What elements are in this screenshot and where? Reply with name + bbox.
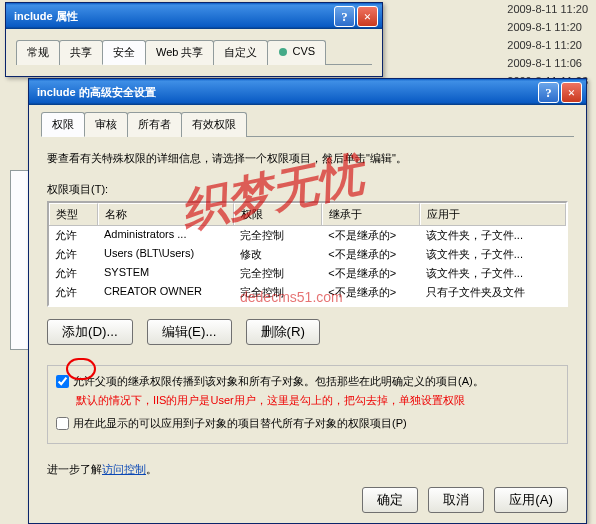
titlebar[interactable]: include 属性 ? × [6,3,382,29]
inherit-group: 允许父项的继承权限传播到该对象和所有子对象。包括那些在此明确定义的项目(A)。 … [47,365,568,444]
titlebar[interactable]: include 的高级安全设置 ? × [29,79,586,105]
tabstrip: 权限 审核 所有者 有效权限 [41,111,574,137]
list-row[interactable]: 允许Users (BLT\Users)修改<不是继承的>该文件夹，子文件... [49,245,566,264]
inherit-checkbox-label[interactable]: 允许父项的继承权限传播到该对象和所有子对象。包括那些在此明确定义的项目(A)。 [56,374,559,389]
col-type[interactable]: 类型 [49,203,98,225]
replace-checkbox-label[interactable]: 用在此显示的可以应用到子对象的项目替代所有子对象的权限项目(P) [56,416,559,431]
cancel-button[interactable]: 取消 [428,487,484,513]
tab-security[interactable]: 安全 [102,40,146,65]
annotation-note: 默认的情况下，IIS的用户是User用户，这里是勾上的，把勾去掉，单独设置权限 [76,393,559,408]
col-inherit[interactable]: 继承于 [322,203,420,225]
add-button[interactable]: 添加(D)... [47,319,133,345]
tabstrip: 常规 共享 安全 Web 共享 自定义 CVS [16,39,372,65]
apply-button[interactable]: 应用(A) [494,487,568,513]
replace-checkbox[interactable] [56,417,69,430]
tab-custom[interactable]: 自定义 [213,40,268,65]
help-button[interactable]: ? [334,6,355,27]
window-title: include 的高级安全设置 [33,85,536,100]
edit-button[interactable]: 编辑(E)... [147,319,232,345]
tab-cvs[interactable]: CVS [267,40,326,65]
list-row[interactable]: 允许CREATOR OWNER完全控制<不是继承的>只有子文件夹及文件 [49,283,566,302]
properties-window: include 属性 ? × 常规 共享 安全 Web 共享 自定义 CVS [5,2,383,77]
dialog-buttons: 确定 取消 应用(A) [41,477,574,513]
tab-permissions[interactable]: 权限 [41,112,85,137]
tab-web-sharing[interactable]: Web 共享 [145,40,214,65]
tab-effective[interactable]: 有效权限 [181,112,247,137]
close-button[interactable]: × [561,82,582,103]
info-text: 要查看有关特殊权限的详细信息，请选择一个权限项目，然后单击"编辑"。 [47,151,568,166]
cvs-icon [278,47,290,57]
window-title: include 属性 [10,9,332,24]
bg-timestamps: 2009-8-11 11:202009-8-1 11:202009-8-1 11… [507,0,588,90]
permissions-label: 权限项目(T): [47,182,568,197]
help-button[interactable]: ? [538,82,559,103]
ok-button[interactable]: 确定 [362,487,418,513]
list-row[interactable]: 允许Administrators ...完全控制<不是继承的>该文件夹，子文件.… [49,226,566,245]
tab-general[interactable]: 常规 [16,40,60,65]
button-row: 添加(D)... 编辑(E)... 删除(R) [47,319,568,345]
svg-point-0 [279,48,287,56]
col-name[interactable]: 名称 [98,203,234,225]
learn-more: 进一步了解访问控制。 [47,462,568,477]
tab-audit[interactable]: 审核 [84,112,128,137]
col-perm[interactable]: 权限 [234,203,322,225]
inherit-checkbox[interactable] [56,375,69,388]
permissions-list[interactable]: 类型 名称 权限 继承于 应用于 允许Administrators ...完全控… [47,201,568,307]
close-button[interactable]: × [357,6,378,27]
advanced-security-window: include 的高级安全设置 ? × 权限 审核 所有者 有效权限 要查看有关… [28,78,587,524]
tab-sharing[interactable]: 共享 [59,40,103,65]
access-control-link[interactable]: 访问控制 [102,463,146,475]
col-apply[interactable]: 应用于 [420,203,566,225]
remove-button[interactable]: 删除(R) [246,319,321,345]
partial-window-edge [10,170,30,350]
list-header: 类型 名称 权限 继承于 应用于 [49,203,566,226]
list-row[interactable]: 允许SYSTEM完全控制<不是继承的>该文件夹，子文件... [49,264,566,283]
tab-owner[interactable]: 所有者 [127,112,182,137]
